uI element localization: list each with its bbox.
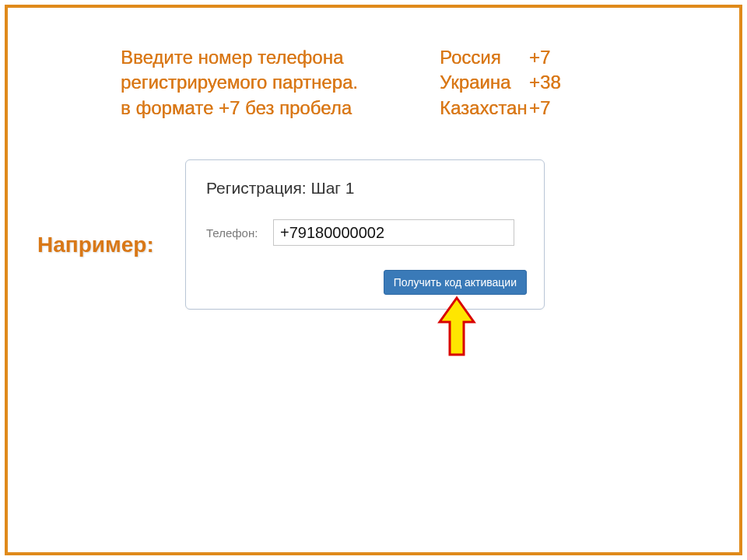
example-label: Например: bbox=[37, 233, 154, 257]
phone-label: Телефон: bbox=[206, 226, 273, 240]
country-name: Казахстан bbox=[440, 96, 529, 121]
card-title: Регистрация: Шаг 1 bbox=[206, 179, 527, 198]
instructions-block: Введите номер телефона регистрируемого п… bbox=[121, 45, 358, 121]
registration-card: Регистрация: Шаг 1 Телефон: Получить код… bbox=[185, 159, 545, 310]
country-code-row: Казахстан +7 bbox=[440, 96, 561, 121]
phone-input[interactable] bbox=[273, 219, 514, 246]
country-code: +7 bbox=[529, 96, 550, 121]
country-name: Украина bbox=[440, 70, 529, 95]
instructions-line-3: в формате +7 без пробела bbox=[121, 96, 358, 121]
country-code: +38 bbox=[529, 70, 561, 95]
page-frame: Введите номер телефона регистрируемого п… bbox=[5, 5, 742, 555]
phone-field-row: Телефон: bbox=[206, 219, 527, 246]
country-code: +7 bbox=[529, 45, 550, 70]
get-activation-code-button[interactable]: Получить код активации bbox=[384, 270, 527, 295]
country-code-row: Россия +7 bbox=[440, 45, 561, 70]
country-code-row: Украина +38 bbox=[440, 70, 561, 95]
instructions-line-1: Введите номер телефона bbox=[121, 45, 358, 70]
country-codes-block: Россия +7 Украина +38 Казахстан +7 bbox=[440, 45, 561, 121]
instructions-line-2: регистрируемого партнера. bbox=[121, 70, 358, 95]
country-name: Россия bbox=[440, 45, 529, 70]
